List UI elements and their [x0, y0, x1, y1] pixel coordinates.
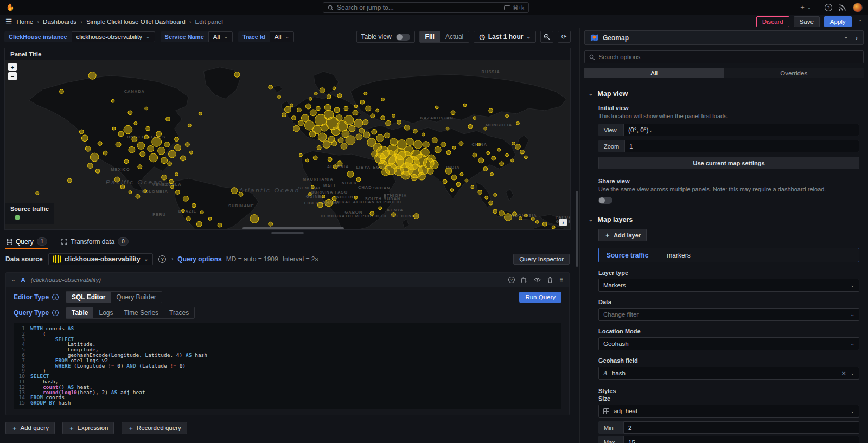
panel-title[interactable]: Panel Title — [5, 48, 570, 60]
max-input-wrap[interactable] — [623, 436, 859, 443]
datasource-help-icon[interactable]: ? — [158, 255, 166, 263]
location-mode-select[interactable]: Geohash⌄ — [598, 337, 859, 350]
min-input-wrap[interactable] — [623, 421, 859, 434]
add-query-button[interactable]: ＋Add query — [5, 422, 55, 434]
svg-text:NIGER: NIGER — [342, 181, 358, 185]
fill-option[interactable]: Fill — [420, 31, 440, 42]
duplicate-query-icon[interactable] — [521, 277, 527, 283]
menu-toggle-icon[interactable]: ☰ — [5, 17, 12, 26]
initial-view-desc: This location will show when the panel f… — [598, 113, 826, 120]
use-current-map-settings-button[interactable]: Use current map settings — [598, 157, 859, 169]
table-view-toggle[interactable] — [396, 34, 410, 41]
database-icon — [7, 239, 12, 245]
grafana-logo[interactable] — [5, 2, 15, 13]
sql-editor[interactable]: 1WITH coords AS2 (3 SELECT4 Latitude,5 L… — [14, 323, 561, 409]
tab-overrides[interactable]: Overrides — [724, 68, 864, 78]
discard-button[interactable]: Discard — [756, 16, 789, 27]
svg-text:SENEGAL: SENEGAL — [298, 185, 322, 190]
svg-text:MEXICO: MEXICO — [111, 167, 130, 172]
map-layers-section-header[interactable]: ⌄ Map layers — [580, 216, 868, 223]
share-view-desc: Use the same view across multiple panels… — [598, 186, 826, 193]
geomap-panel: Panel Title — [4, 48, 571, 230]
variable-value-dropdown[interactable]: All⌄ — [270, 31, 294, 42]
news-icon[interactable] — [839, 4, 846, 11]
query-type-logs[interactable]: Logs — [93, 307, 118, 318]
query-type-time-series[interactable]: Time Series — [118, 307, 164, 318]
add-menu-button[interactable]: ＋ ⌄ — [799, 3, 811, 12]
help-icon[interactable]: ? — [825, 4, 832, 11]
chevron-right-icon: › — [171, 256, 173, 262]
layer-type-select[interactable]: Markers⌄ — [598, 279, 859, 292]
query-builder-option[interactable]: Query Builder — [111, 292, 161, 303]
map-layers-section: ⌄ Map layers ＋Add layer Source traffic m… — [580, 216, 868, 443]
clickhouse-icon — [53, 255, 61, 263]
info-icon: i — [52, 294, 59, 300]
save-button[interactable]: Save — [794, 16, 820, 27]
view-select[interactable]: (0°, 0°)⌄ — [623, 124, 859, 136]
query-actions-row: ＋Add query ＋Expression ＋Recorded query — [0, 415, 575, 441]
query-count-badge: 1 — [37, 237, 48, 246]
map-attribution-info-button[interactable]: i — [559, 219, 567, 226]
map-canvas: RUSSIACANADAUNITED STATESMEXICOVENEZUELA… — [5, 60, 570, 229]
refresh-button[interactable]: ⟳ — [558, 31, 571, 43]
query-type-traces[interactable]: Traces — [164, 307, 194, 318]
collapse-toolbar-icon[interactable]: ⌃ — [858, 19, 863, 25]
geohash-field-select[interactable]: A hash ✕⌄ — [598, 367, 859, 380]
drag-handle-icon[interactable]: ⠿ — [559, 277, 564, 283]
add-layer-button[interactable]: ＋Add layer — [598, 229, 647, 241]
map-view-section-header[interactable]: ⌄ Map view — [580, 90, 868, 98]
tab-query[interactable]: Query 1 — [5, 237, 48, 249]
sql-editor-option[interactable]: SQL Editor — [66, 292, 111, 303]
main-vertical-scrollbar[interactable] — [575, 28, 579, 443]
options-search-input[interactable] — [599, 54, 859, 60]
query-options[interactable]: › Query options MD = auto = 1909 Interva… — [171, 255, 318, 263]
variable-value-dropdown[interactable]: clickhouse-observability⌄ — [72, 31, 155, 42]
svg-text:KENYA: KENYA — [387, 208, 403, 213]
zoom-row: Zoom — [598, 140, 859, 152]
variable-service-name: Service Name All⌄ — [161, 31, 233, 42]
datasource-picker[interactable]: clickhouse-observability ⌄ — [48, 253, 154, 265]
world-map[interactable]: RUSSIACANADAUNITED STATESMEXICOVENEZUELA… — [5, 60, 570, 229]
recorded-query-button[interactable]: ＋Recorded query — [122, 422, 187, 434]
run-query-button[interactable]: Run Query — [519, 292, 561, 303]
collapse-query-icon[interactable]: ⌄ — [11, 277, 16, 283]
panel-resize-handle[interactable] — [0, 230, 575, 235]
expression-button[interactable]: ＋Expression — [62, 422, 114, 434]
apply-button[interactable]: Apply — [824, 16, 852, 27]
collapse-pane-icon[interactable]: › — [856, 34, 858, 42]
actual-option[interactable]: Actual — [440, 31, 469, 42]
time-range-picker[interactable]: ◷ Last 1 hour ⌄ — [474, 31, 536, 43]
data-filter-select[interactable]: Change filter⌄ — [598, 308, 859, 321]
zoom-label: Zoom — [598, 140, 624, 152]
breadcrumb-dashboard-name[interactable]: Simple ClickHouse OTel Dashboard — [86, 18, 186, 25]
layer-item-source-traffic[interactable]: Source traffic markers — [598, 248, 859, 262]
variable-clickhouse-instance: ClickHouse instance clickhouse-observabi… — [4, 31, 155, 42]
tab-all[interactable]: All — [584, 68, 724, 78]
variable-value-dropdown[interactable]: All⌄ — [208, 31, 233, 42]
map-zoom-in-button[interactable]: + — [8, 63, 17, 71]
tab-transform-data[interactable]: Transform data 0 — [60, 237, 129, 249]
size-field-select[interactable]: adj_heat⌄ — [598, 405, 859, 418]
query-inspector-button[interactable]: Query Inspector — [513, 254, 570, 265]
query-header-row[interactable]: ⌄ A (clickhouse-observability) ? ⠿ — [6, 273, 569, 287]
options-search[interactable] — [584, 50, 864, 63]
user-avatar[interactable] — [853, 3, 863, 12]
zoom-out-time-button[interactable] — [540, 31, 553, 43]
map-zoom-out-button[interactable]: − — [8, 72, 17, 80]
query-type-table[interactable]: Table — [66, 307, 93, 318]
zoom-input-wrap[interactable] — [624, 140, 859, 152]
breadcrumb-dashboards[interactable]: Dashboards — [43, 18, 76, 25]
data-label: Data — [598, 299, 859, 305]
breadcrumb: Home › Dashboards › Simple ClickHouse OT… — [17, 18, 223, 25]
query-help-icon[interactable]: ? — [508, 277, 515, 283]
breadcrumb-home[interactable]: Home — [17, 18, 34, 25]
chevron-down-icon[interactable]: ⌄ — [844, 34, 848, 42]
global-search[interactable]: Search or jump to... ⌘+k — [323, 2, 529, 13]
visualization-picker[interactable]: Geomap ⌄ › — [584, 30, 864, 45]
map-horizontal-scrollbar[interactable] — [5, 227, 570, 229]
clear-icon[interactable]: ✕ — [841, 370, 846, 376]
clock-icon: ◷ — [479, 33, 484, 41]
share-view-toggle[interactable] — [598, 197, 612, 204]
delete-query-trash-icon[interactable] — [547, 277, 553, 283]
hide-response-eye-icon[interactable] — [534, 277, 541, 283]
